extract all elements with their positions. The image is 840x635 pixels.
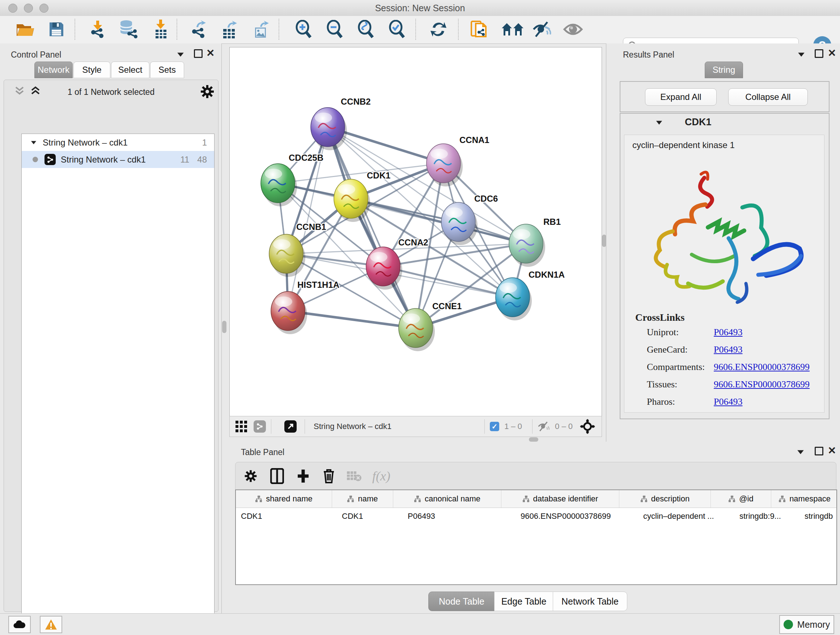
control-panel-close-icon[interactable]: ✕: [206, 47, 215, 59]
control-panel-float-icon[interactable]: [194, 49, 202, 58]
open-session-button[interactable]: [15, 19, 35, 40]
column-header-description[interactable]: description: [619, 490, 711, 508]
zoom-out-button[interactable]: [325, 19, 345, 40]
import-network-icon: [88, 20, 107, 39]
zoom-selected-button[interactable]: [387, 19, 407, 40]
table-cell[interactable]: P06493: [403, 508, 515, 524]
edge-CDK1-RB1[interactable]: [351, 199, 526, 244]
node-label-CCNE1: CCNE1: [432, 301, 462, 311]
table-panel-float-icon[interactable]: [815, 447, 823, 455]
horizontal-splitter-handle[interactable]: [529, 437, 538, 442]
hide-selected-button[interactable]: [532, 19, 552, 40]
selected-nodes-checkbox[interactable]: ✓: [490, 422, 499, 431]
tab-string-results[interactable]: String: [705, 62, 743, 78]
table-panel-collapse-icon[interactable]: [797, 450, 804, 454]
title-bar: Session: New Session: [0, 0, 840, 16]
string-network-badge-icon[interactable]: [254, 420, 266, 432]
zoom-in-button[interactable]: [294, 19, 314, 40]
network-node-CDC6[interactable]: CDC6: [441, 194, 498, 245]
memory-button[interactable]: Memory: [779, 615, 834, 634]
export-table-button[interactable]: [219, 19, 240, 40]
table-options-gear-icon[interactable]: [243, 469, 258, 483]
string-network-graph[interactable]: CCNB2CCNA1CDC25BCDK1CDC6RB1CCNB1CCNA2CDK…: [230, 48, 602, 416]
table-row[interactable]: CDK1CDK1P064939606.ENSP00000378699cyclin…: [236, 508, 836, 524]
new-network-from-selection-button[interactable]: [469, 19, 489, 40]
table-panel-close-icon[interactable]: ✕: [828, 445, 836, 456]
tab-node-table[interactable]: Node Table: [428, 592, 495, 611]
network-collection-row[interactable]: String Network – cdk1 1: [22, 134, 214, 151]
toolbar-separator: [74, 19, 75, 40]
collapse-all-button[interactable]: Collapse All: [728, 88, 808, 106]
refresh-layout-button[interactable]: [428, 19, 448, 40]
edge-CCNB2-CCNE1[interactable]: [328, 127, 416, 328]
table-cell[interactable]: 9606.ENSP00000378699: [515, 508, 638, 524]
crosslink-link[interactable]: P06493: [714, 344, 742, 355]
network-node-CDK1[interactable]: CDK1: [334, 171, 390, 222]
table-cell[interactable]: CDK1: [337, 508, 403, 524]
network-node-HIST1H1A[interactable]: HIST1H1A: [271, 280, 339, 334]
crosslink-link[interactable]: 9606.ENSP00000378699: [714, 379, 810, 390]
table-header-row: shared namenamecanonical namedatabase id…: [236, 490, 836, 508]
column-header-@id[interactable]: @id: [711, 490, 771, 508]
edge-HIST1H1A-CCNE1[interactable]: [288, 311, 416, 328]
crosslink-link[interactable]: P06493: [714, 396, 742, 407]
warning-icon: [45, 619, 57, 630]
network-node-CDC25B[interactable]: CDC25B: [261, 153, 324, 206]
collection-expand-icon[interactable]: [31, 141, 36, 144]
network-node-CCNA1[interactable]: CCNA1: [426, 135, 489, 187]
network-node-CCNB2[interactable]: CCNB2: [311, 97, 371, 150]
results-panel-collapse-icon[interactable]: [798, 52, 805, 57]
results-panel-close-icon[interactable]: ✕: [828, 47, 836, 59]
network-view-canvas[interactable]: CCNB2CCNA1CDC25BCDK1CDC6RB1CCNB1CCNA2CDK…: [229, 47, 602, 416]
warnings-button[interactable]: [40, 616, 62, 633]
protein-collapse-icon[interactable]: [656, 121, 662, 125]
export-network-button[interactable]: [189, 19, 209, 40]
vertical-splitter-handle[interactable]: [222, 321, 226, 333]
network-node-CDKN1A[interactable]: CDKN1A: [496, 270, 565, 320]
import-network-button[interactable]: [88, 19, 108, 40]
tab-style[interactable]: Style: [73, 62, 111, 78]
open-network-in-window-icon[interactable]: [284, 420, 297, 432]
crosslink-link[interactable]: P06493: [714, 327, 742, 338]
table-cell[interactable]: stringdb: [799, 508, 837, 524]
tab-network-table[interactable]: Network Table: [553, 592, 627, 611]
tab-sets[interactable]: Sets: [150, 62, 184, 78]
crosslink-link[interactable]: 9606.ENSP00000378699: [714, 362, 810, 372]
column-header-shared-name[interactable]: shared name: [236, 490, 332, 508]
column-header-namespace[interactable]: namespace: [771, 490, 837, 508]
export-image-button[interactable]: [251, 19, 271, 40]
cloud-status-button[interactable]: [8, 616, 31, 633]
pan-crosshair-icon[interactable]: [580, 419, 595, 434]
network-node-RB1[interactable]: RB1: [509, 217, 561, 267]
delete-column-trash-icon[interactable]: [322, 468, 335, 484]
hidden-eye-slash-icon[interactable]: [538, 421, 550, 432]
tab-select[interactable]: Select: [111, 62, 149, 78]
column-header-name[interactable]: name: [332, 490, 393, 508]
control-panel-title: Control Panel: [11, 50, 61, 60]
network-options-gear-icon[interactable]: [199, 84, 215, 100]
network-node-CCNB1[interactable]: CCNB1: [269, 222, 326, 277]
application-window: Session: New Session: [0, 0, 840, 635]
save-session-button[interactable]: [46, 19, 66, 40]
tab-network[interactable]: Network: [34, 62, 73, 78]
import-table-button[interactable]: [150, 19, 171, 40]
first-neighbors-button[interactable]: [500, 19, 526, 40]
control-panel-collapse-icon[interactable]: [177, 52, 184, 57]
create-column-plus-icon[interactable]: [296, 468, 310, 484]
protein-result-box: CDK1 cyclin–dependent kinase 1: [620, 113, 829, 419]
show-all-button[interactable]: [563, 19, 583, 40]
table-cell[interactable]: stringdb:9...: [734, 508, 799, 524]
results-panel-float-icon[interactable]: [815, 49, 823, 58]
tab-edge-table[interactable]: Edge Table: [494, 592, 554, 611]
column-header-database-identifier[interactable]: database identifier: [501, 490, 619, 508]
import-network-from-database-button[interactable]: [118, 19, 138, 40]
expand-all-button[interactable]: Expand All: [645, 88, 717, 106]
zoom-fit-button[interactable]: [356, 19, 376, 40]
network-row[interactable]: String Network – cdk1 11 48: [22, 151, 214, 168]
table-cell[interactable]: CDK1: [236, 508, 337, 524]
birds-eye-grid-icon[interactable]: [235, 420, 248, 433]
column-header-canonical-name[interactable]: canonical name: [393, 490, 501, 508]
table-cell[interactable]: cyclin–dependent ...: [638, 508, 734, 524]
show-columns-icon[interactable]: [270, 468, 284, 484]
network-node-CCNE1[interactable]: CCNE1: [399, 301, 462, 351]
